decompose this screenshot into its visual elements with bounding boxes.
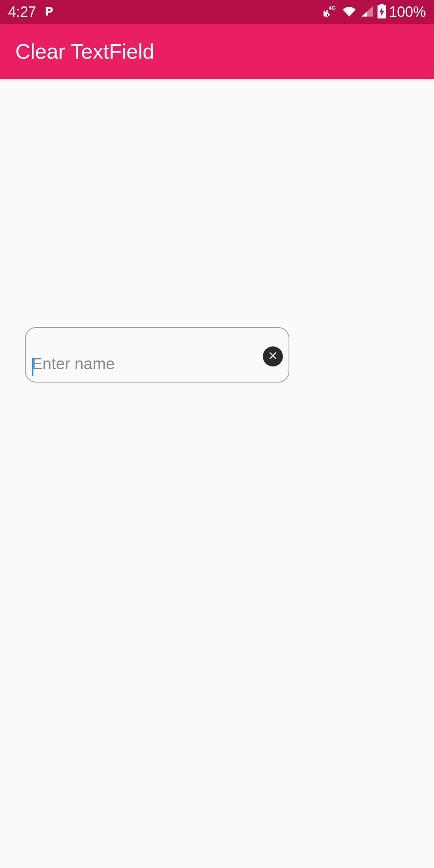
app-bar: Clear TextField — [0, 24, 434, 79]
text-cursor — [32, 358, 33, 376]
cellular-signal-icon — [360, 5, 375, 19]
battery-percent: 100% — [389, 4, 426, 20]
app-title: Clear TextField — [15, 39, 154, 63]
battery-charging-icon — [377, 4, 387, 20]
clear-button[interactable] — [263, 346, 283, 366]
name-textfield-container[interactable] — [25, 327, 289, 383]
svg-text:4G: 4G — [329, 5, 336, 11]
status-left: 4:27 — [8, 4, 55, 20]
status-right: 4G 100% — [322, 4, 426, 20]
status-bar: 4:27 4G — [0, 0, 434, 24]
phone-4g-icon: 4G — [322, 5, 338, 19]
close-icon — [267, 350, 279, 363]
status-time: 4:27 — [8, 4, 36, 20]
name-input[interactable] — [32, 355, 263, 373]
pandora-icon — [43, 6, 55, 18]
main-content — [0, 79, 434, 868]
wifi-icon — [341, 5, 358, 19]
